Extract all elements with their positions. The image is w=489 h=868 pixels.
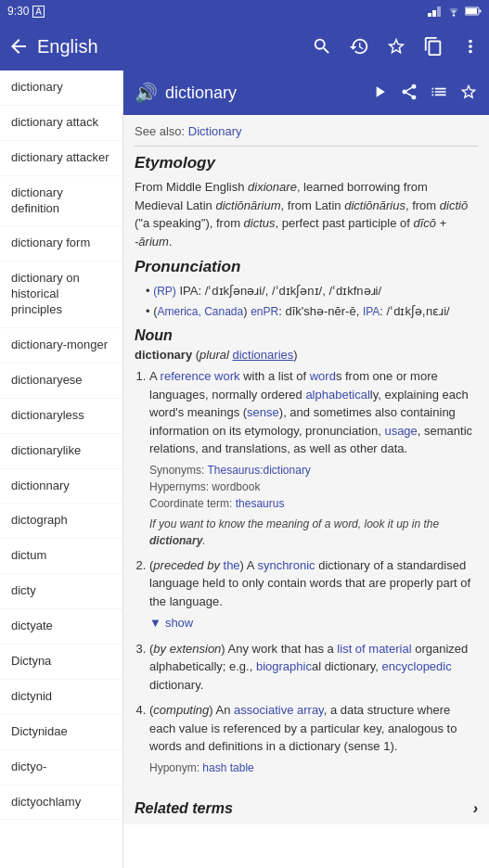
rp-link[interactable]: (RP) (153, 285, 176, 298)
reference-work-link[interactable]: reference work (161, 369, 240, 383)
app-bar: English (0, 22, 489, 70)
sidebar-item-dicty[interactable]: dicty (0, 574, 122, 609)
status-bar-right (428, 6, 482, 17)
coord-row-1: Coordinate term: thesaurus (149, 495, 478, 512)
definition-2: (preceded by the) A synchronic dictionar… (149, 556, 478, 632)
def-2-text: (preceded by the) A synchronic dictionar… (149, 556, 478, 611)
sidebar-item-dictionary-monger[interactable]: dictionary-monger (0, 328, 122, 364)
def-1-text: A reference work with a list of words fr… (149, 367, 478, 458)
hypernyms-row-1: Hypernyms: wordbook (149, 479, 478, 495)
pronunciation-rp: • (RP) IPA: /ˈdɪkʃənəɹi/, /ˈdɪkʃənɪ/, /ˈ… (146, 282, 478, 300)
related-terms-arrow: › (473, 800, 478, 817)
sidebar-item-dictyate[interactable]: dictyate (0, 609, 122, 645)
sim-icon: A (32, 6, 45, 18)
alphabetically-link[interactable]: alphabetical (305, 388, 369, 402)
play-button[interactable] (370, 83, 389, 104)
plural-link[interactable]: dictionaries (233, 348, 294, 362)
status-bar-left: 9:30 A (7, 5, 45, 18)
svg-rect-6 (480, 10, 482, 13)
encyclopedic-link[interactable]: encyclopedic (382, 659, 452, 673)
see-also-link[interactable]: Dictionary (188, 124, 242, 138)
list-link[interactable]: list of material (337, 642, 411, 656)
playlist-button[interactable] (430, 83, 448, 104)
enpr-label: enPR: (251, 304, 285, 318)
sidebar-item-dictyochlamy[interactable]: dictyochlamy (0, 785, 122, 821)
definition-1: A reference work with a list of words fr… (149, 367, 478, 549)
history-button[interactable] (348, 35, 370, 57)
content-area: dictionary dictionary attack dictionary … (0, 70, 489, 868)
enpr-value: dĭk'shə-nĕr-ē, (285, 304, 362, 318)
time: 9:30 (7, 5, 29, 18)
usage-link[interactable]: usage (384, 424, 417, 438)
more-button[interactable] (459, 35, 482, 57)
biographical-link[interactable]: biographic (256, 659, 312, 673)
assoc-array-link[interactable]: associative array (234, 703, 324, 717)
sidebar-item-dictionary-on-historical[interactable]: dictionary on historical principles (0, 262, 122, 328)
words-link[interactable]: word (310, 369, 336, 383)
svg-marker-2 (437, 6, 441, 17)
app-bar-icons (311, 35, 482, 57)
sidebar-item-dictionaryless[interactable]: dictionaryless (0, 399, 122, 434)
definition-4: (computing) An associative array, a data… (149, 701, 478, 776)
sound-icon[interactable]: 🔊 (135, 82, 158, 104)
star-button[interactable] (385, 35, 407, 57)
word-title: dictionary (165, 83, 363, 103)
sidebar-item-dictum[interactable]: dictum (0, 539, 122, 574)
etymology-text: From Middle English dixionare, learned b… (135, 178, 478, 250)
sidebar-item-dictionnary[interactable]: dictionnary (0, 469, 122, 504)
etymology-title: Etymology (135, 154, 478, 172)
show-button[interactable]: ▼ show (149, 614, 478, 632)
signal-icon (428, 6, 443, 17)
italic-note-1: If you want to know the meaning of a wor… (149, 516, 478, 549)
sense-link[interactable]: sense (247, 405, 279, 419)
share-button[interactable] (400, 83, 418, 104)
sidebar-item-dictionary-attack[interactable]: dictionary attack (0, 106, 122, 141)
synchronic-link[interactable]: synchronic (257, 558, 315, 572)
sidebar-item-dictionary-definition[interactable]: dictionary definition (0, 176, 122, 227)
svg-rect-5 (466, 8, 477, 14)
synonyms-row-1: Synonyms: Thesaurus:dictionary (149, 462, 478, 479)
see-also: See also: Dictionary (135, 124, 478, 147)
ipa-value-2: /ˈdɪkʃəˌnɛɹi/ (387, 304, 450, 318)
see-also-label: See also: (135, 124, 185, 138)
word-header: 🔊 dictionary (123, 70, 489, 115)
word-star-button[interactable] (459, 83, 478, 104)
search-button[interactable] (311, 35, 333, 57)
wifi-icon (446, 6, 461, 17)
noun-section: Noun dictionary (plural dictionaries) A … (135, 327, 478, 776)
sidebar-item-dictionarylike[interactable]: dictionarylike (0, 434, 122, 469)
sidebar: dictionary dictionary attack dictionary … (0, 70, 123, 868)
svg-marker-0 (428, 13, 431, 17)
sidebar-item-dictyo[interactable]: dictyo- (0, 750, 122, 785)
sidebar-item-dictynidae[interactable]: Dictynidae (0, 715, 122, 750)
sidebar-item-dictionaryese[interactable]: dictionaryese (0, 364, 122, 399)
sidebar-item-dictograph[interactable]: dictograph (0, 504, 122, 539)
svg-marker-1 (432, 10, 436, 17)
def-3-text: (by extension) Any work that has a list … (149, 640, 478, 695)
the-link[interactable]: the (224, 558, 240, 572)
ipa-value-1: /ˈdɪkʃənəɹi/, /ˈdɪkʃənɪ/, /ˈdɪkfnəɹi/ (205, 284, 381, 298)
status-bar: 9:30 A (0, 0, 489, 22)
copy-button[interactable] (422, 35, 444, 57)
etymology-section: Etymology From Middle English dixionare,… (135, 154, 478, 250)
hash-table-link[interactable]: hash table (202, 761, 253, 774)
sidebar-item-dictionary-1[interactable]: dictionary (0, 70, 122, 106)
sidebar-item-dictynid[interactable]: dictynid (0, 680, 122, 715)
back-button[interactable] (7, 35, 30, 57)
thesaurus-link[interactable]: Thesaurus:dictionary (207, 464, 310, 477)
sidebar-item-dictionary-attacker[interactable]: dictionary attacker (0, 141, 122, 176)
sidebar-item-dictyna[interactable]: Dictyna (0, 645, 122, 680)
pronunciation-title: Pronunciation (135, 258, 478, 276)
definition-list: A reference work with a list of words fr… (135, 367, 478, 776)
pronunciation-section: Pronunciation • (RP) IPA: /ˈdɪkʃənəɹi/, … (135, 258, 478, 320)
thesaurus-coord-link[interactable]: thesaurus (236, 497, 285, 510)
pronunciation-list: • (RP) IPA: /ˈdɪkʃənəɹi/, /ˈdɪkʃənɪ/, /ˈ… (135, 282, 478, 320)
related-terms-title: Related terms (135, 800, 233, 817)
amer-link[interactable]: America, Canada (158, 305, 244, 318)
noun-header: Noun (135, 327, 478, 344)
article: See also: Dictionary Etymology From Midd… (123, 115, 489, 793)
battery-icon (465, 6, 482, 16)
sidebar-item-dictionary-form[interactable]: dictionary form (0, 226, 122, 262)
related-terms-section[interactable]: Related terms › (123, 793, 489, 824)
svg-point-3 (453, 14, 455, 16)
